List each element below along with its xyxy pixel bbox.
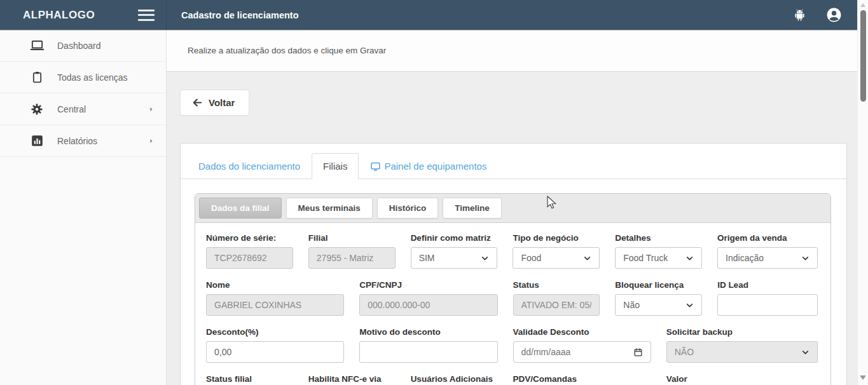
field-value: ATIVADO EM: 05/1 — [521, 300, 592, 310]
sidebar-item-label: Todas as licenças — [57, 72, 128, 83]
tab-dados-do-licenciamento[interactable]: Dados do licenciamento — [187, 153, 312, 179]
caret-right-icon — [148, 104, 155, 115]
sidebar-item-dashboard[interactable]: Dashboard — [0, 30, 166, 62]
field-nome: NomeGABRIEL COXINHAS — [206, 280, 359, 316]
chevron-down-icon — [481, 254, 489, 262]
chevron-down-icon — [685, 301, 694, 309]
field-label-usuarios-adicionais: Usuários Adicionais — [411, 374, 498, 384]
main-header: Cadastro de licenciamento — [167, 0, 857, 30]
laptop-icon — [29, 38, 45, 53]
field-label-status: Status — [513, 280, 600, 290]
field-label-filial: Filial — [308, 233, 396, 243]
field-value: dd/mm/aaaa — [521, 347, 571, 357]
field-label-motivo-do-desconto: Motivo do desconto — [359, 327, 497, 337]
caret-right-icon — [148, 135, 155, 147]
field-label-id-lead: ID Lead — [717, 280, 818, 290]
field-value: Não — [623, 300, 640, 310]
monitor-icon — [370, 161, 381, 172]
field-pdv-comandas: PDV/Comandas — [513, 374, 666, 385]
field-value: TCP2678692 — [214, 253, 267, 263]
tab-label: Dados do licenciamento — [198, 161, 300, 172]
input-desconto[interactable]: 0,00 — [206, 341, 344, 363]
scrollbar-down-arrow[interactable] — [860, 375, 866, 380]
input-motivo-do-desconto[interactable] — [359, 341, 497, 363]
field-usuarios-adicionais: Usuários Adicionais — [411, 374, 513, 385]
clipboard-icon — [29, 70, 45, 85]
field-label-definir-como-matriz: Definir como matriz — [411, 233, 498, 243]
subtab-historico[interactable]: Histórico — [377, 198, 439, 219]
form-row: Número de série:TCP2678692Filial27955 - … — [206, 233, 820, 269]
field-label-status-filial: Status filial — [206, 374, 293, 384]
select-bloquear-licenca[interactable]: Não — [615, 294, 702, 316]
back-button-label: Voltar — [209, 97, 235, 108]
chevron-down-icon — [685, 254, 694, 262]
field-solicitar-backup: Solicitar backupNÃO — [666, 327, 820, 363]
field-definir-como-matriz: Definir como matrizSIM — [411, 233, 513, 269]
chevron-down-icon — [801, 348, 809, 356]
scrollbar-up-arrow[interactable] — [860, 3, 865, 7]
calendar-icon[interactable] — [633, 348, 643, 357]
field-origem-da-venda: Origem da vendaIndicação — [717, 233, 820, 269]
branch-panel: Dados da filialMeus terminaisHistóricoTi… — [195, 193, 831, 385]
brand-logo: ALPHALOGO — [23, 9, 95, 22]
subtab-meus-terminais[interactable]: Meus terminais — [286, 198, 373, 219]
tab-painel-de-equipamentos[interactable]: Painel de equipamentos — [359, 153, 498, 179]
field-value: SIM — [419, 253, 435, 263]
license-card: Dados do licenciamentoFiliaisPainel de e… — [180, 143, 847, 385]
select-solicitar-backup: NÃO — [666, 341, 818, 363]
field-label-detalhes: Detalhes — [615, 233, 702, 243]
form-row: Status filialHabilita NFC-e viaUsuários … — [206, 374, 820, 385]
chevron-down-icon — [801, 254, 809, 262]
back-button[interactable]: Voltar — [180, 90, 249, 116]
field-label-habilita-nfce-via: Habilita NFC-e via — [308, 374, 396, 384]
sidebar-item-label: Relatórios — [57, 136, 97, 146]
app-window: ALPHALOGO Cadastro de licenciamento — [0, 0, 868, 385]
field-label-origem-da-venda: Origem da venda — [717, 233, 818, 243]
field-label-cpf-cnpj: CPF/CNPJ — [359, 280, 497, 290]
field-detalhes: DetalhesFood Truck — [615, 233, 717, 269]
field-cpf-cnpj: CPF/CNPJ000.000.000-00 — [359, 280, 513, 316]
content-area: Voltar Dados do licenciamentoFiliaisPain… — [167, 72, 857, 385]
tab-bar: Dados do licenciamentoFiliaisPainel de e… — [181, 144, 846, 179]
sidebar-item-label: Central — [57, 104, 86, 114]
field-value: 27955 - Matriz — [317, 253, 373, 263]
input-numero-de-serie: TCP2678692 — [206, 247, 293, 269]
field-valor: Valor — [666, 374, 820, 385]
date-input-validade-desconto[interactable]: dd/mm/aaaa — [513, 341, 651, 363]
field-label-valor: Valor — [666, 374, 818, 384]
select-definir-como-matriz[interactable]: SIM — [411, 247, 498, 269]
scrollbar-thumb[interactable] — [860, 10, 866, 102]
input-id-lead[interactable] — [717, 294, 818, 316]
subheader-bar: Realize a atualização dos dados e clique… — [167, 30, 857, 72]
sidebar-item-relatorios[interactable]: Relatórios — [0, 125, 166, 157]
select-detalhes[interactable]: Food Truck — [615, 247, 702, 269]
field-bloquear-licenca: Bloquear licençaNão — [615, 280, 717, 316]
hamburger-menu-icon[interactable] — [138, 10, 155, 21]
tab-filiais[interactable]: Filiais — [312, 153, 359, 179]
top-bar: ALPHALOGO Cadastro de licenciamento — [0, 0, 857, 30]
subtab-bar: Dados da filialMeus terminaisHistóricoTi… — [195, 194, 830, 223]
field-numero-de-serie: Número de série:TCP2678692 — [206, 233, 308, 269]
scrollbar — [857, 0, 868, 385]
field-status: StatusATIVADO EM: 05/1 — [513, 280, 616, 316]
field-value: GABRIEL COXINHAS — [214, 300, 301, 310]
field-validade-desconto: Validade Descontodd/mm/aaaa — [513, 327, 666, 363]
sidebar-item-central[interactable]: Central — [0, 93, 166, 125]
field-value: Food — [521, 253, 541, 263]
field-label-tipo-de-negocio: Tipo de negócio — [513, 233, 600, 243]
field-label-pdv-comandas: PDV/Comandas — [513, 374, 651, 384]
sidebar-item-todas-as-licencas[interactable]: Todas as licenças — [0, 62, 166, 93]
field-label-desconto: Desconto(%) — [206, 327, 344, 337]
select-tipo-de-negocio[interactable]: Food — [513, 247, 600, 269]
android-icon[interactable] — [792, 8, 807, 22]
chevron-down-icon — [583, 254, 591, 262]
sidebar-item-label: Dashboard — [57, 41, 101, 51]
form-row: Desconto(%)0,00Motivo do descontoValidad… — [206, 327, 820, 363]
select-origem-da-venda[interactable]: Indicação — [717, 247, 818, 269]
field-label-solicitar-backup: Solicitar backup — [666, 327, 818, 337]
field-value: Indicação — [726, 253, 764, 263]
subtab-timeline[interactable]: Timeline — [443, 198, 502, 219]
account-icon[interactable] — [826, 7, 842, 23]
input-filial: 27955 - Matriz — [308, 247, 396, 269]
subtab-dados-da-filial[interactable]: Dados da filial — [199, 198, 282, 219]
